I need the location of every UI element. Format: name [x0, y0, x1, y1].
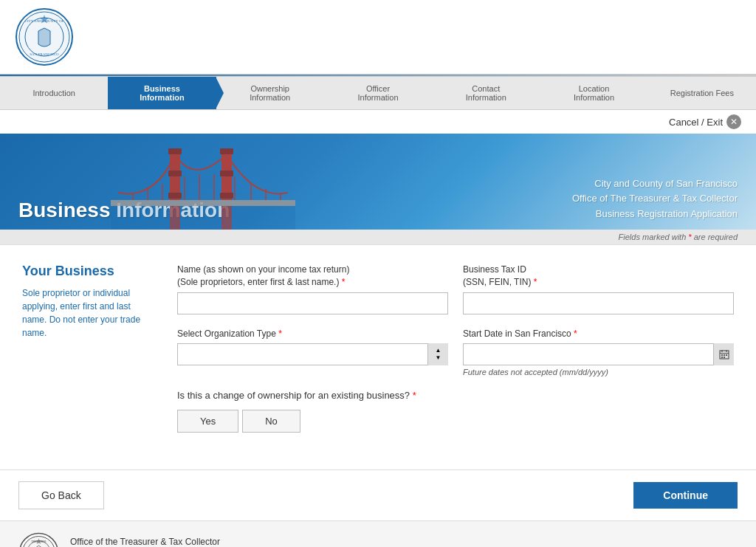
svg-rect-14	[111, 200, 295, 206]
svg-rect-30	[721, 354, 723, 356]
main-content: Your Business Sole proprietor or individ…	[0, 245, 756, 462]
cancel-label: Cancel / Exit	[669, 117, 723, 128]
start-date-wrapper	[463, 343, 734, 365]
step-registration-fees[interactable]: Registration Fees	[648, 81, 756, 105]
org-type-required-star: *	[278, 328, 282, 339]
svg-rect-25	[111, 206, 295, 230]
footer-seal-logo: TREASURER SAN FRANCISCO	[18, 532, 59, 547]
org-type-select-wrapper: ▲ ▼	[177, 343, 448, 365]
cancel-bar: Cancel / Exit ✕	[0, 110, 756, 134]
org-type-label: Select Organization Type *	[177, 328, 448, 340]
future-date-note: Future dates not accepted (mm/dd/yyyy)	[463, 368, 734, 376]
no-button[interactable]: No	[242, 410, 300, 433]
svg-rect-33	[721, 357, 723, 358]
name-input[interactable]	[177, 292, 448, 314]
bottom-bar: Go Back Continue	[0, 469, 756, 520]
tax-id-group: Business Tax ID (SSN, FEIN, TIN) *	[463, 264, 734, 314]
footer-org-name: Office of the Treasurer & Tax Collector	[70, 537, 224, 547]
bridge-illustration	[111, 134, 295, 230]
yes-no-buttons: Yes No	[177, 410, 734, 433]
start-date-group: Start Date in San Francisco *	[463, 328, 734, 377]
start-date-input[interactable]	[463, 343, 734, 365]
ownership-change-group: Is this a change of ownership for an exi…	[177, 390, 734, 433]
name-group: Name (as shown on your income tax return…	[177, 264, 448, 314]
svg-rect-11	[220, 148, 233, 154]
footer-text-block: Office of the Treasurer & Tax Collector …	[70, 537, 224, 547]
step-officer-information[interactable]: OfficerInformation	[324, 77, 432, 109]
svg-rect-8	[168, 171, 182, 176]
city-seal-logo: CITY AND COUNTY OF SAN FRANCISCO	[15, 7, 74, 66]
nav-steps: Introduction BusinessInformation Ownersh…	[0, 76, 756, 110]
sidebar-description: Sole proprietor or individual applying, …	[22, 286, 155, 340]
svg-rect-12	[220, 171, 233, 176]
start-date-required-star: *	[574, 328, 577, 339]
form-row-1: Name (as shown on your income tax return…	[177, 264, 734, 314]
svg-rect-32	[726, 354, 727, 356]
step-introduction[interactable]: Introduction	[0, 81, 108, 105]
calendar-svg	[719, 349, 729, 359]
header: CITY AND COUNTY OF SAN FRANCISCO	[0, 0, 756, 75]
step-location-information[interactable]: LocationInformation	[540, 77, 647, 109]
step-ownership-information[interactable]: OwnershipInformation	[216, 77, 324, 109]
svg-rect-7	[168, 148, 182, 154]
sidebar-title: Your Business	[22, 264, 155, 279]
ownership-change-label: Is this a change of ownership for an exi…	[177, 390, 734, 401]
name-label: Name (as shown on your income tax return…	[177, 264, 448, 289]
continue-button[interactable]: Continue	[633, 482, 738, 509]
step-contact-information[interactable]: ContactInformation	[432, 77, 540, 109]
step-business-information[interactable]: BusinessInformation	[108, 77, 216, 109]
calendar-icon[interactable]	[713, 343, 734, 365]
cancel-x-button[interactable]: ✕	[726, 114, 741, 129]
required-note: Fields marked with * are required	[0, 230, 756, 245]
banner-subtitle: City and County of San Francisco Office …	[572, 176, 738, 222]
svg-rect-31	[724, 354, 725, 356]
form-row-2: Select Organization Type * ▲ ▼	[177, 328, 734, 377]
svg-rect-9	[168, 193, 182, 199]
tax-id-input[interactable]	[463, 292, 734, 314]
svg-rect-13	[220, 193, 233, 199]
svg-rect-34	[724, 357, 725, 358]
sidebar: Your Business Sole proprietor or individ…	[22, 264, 155, 444]
yes-button[interactable]: Yes	[177, 410, 238, 433]
tax-id-required-star: *	[534, 277, 537, 287]
ownership-required-star: *	[413, 390, 416, 401]
form-area: Name (as shown on your income tax return…	[177, 264, 734, 444]
org-type-select[interactable]	[177, 343, 448, 365]
banner: Business Information City and County of …	[0, 134, 756, 230]
start-date-label: Start Date in San Francisco *	[463, 328, 734, 340]
org-type-group: Select Organization Type * ▲ ▼	[177, 328, 448, 377]
footer: TREASURER SAN FRANCISCO Office of the Tr…	[0, 520, 756, 547]
tax-id-label: Business Tax ID (SSN, FEIN, TIN) *	[463, 264, 734, 289]
svg-text:SAN FRANCISCO: SAN FRANCISCO	[30, 52, 59, 56]
go-back-button[interactable]: Go Back	[18, 481, 104, 509]
name-required-star: *	[342, 277, 346, 287]
